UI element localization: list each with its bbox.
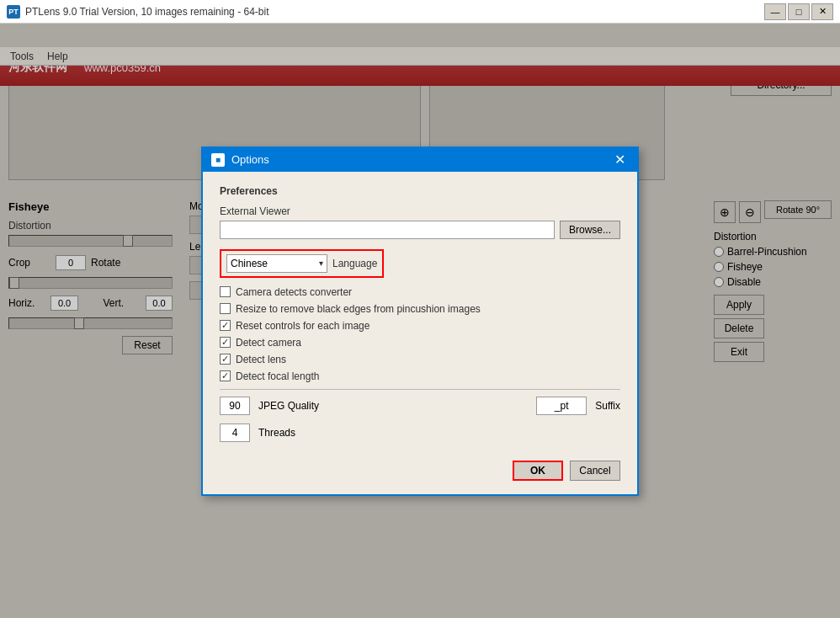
language-select[interactable]: Chinese ▾ xyxy=(226,254,327,273)
checkbox-row-detect-lens: Detect lens xyxy=(220,354,620,365)
modal-body: Preferences External Viewer Browse... Ch… xyxy=(203,172,637,494)
threads-label: Threads xyxy=(258,427,295,439)
threads-value[interactable]: 4 xyxy=(220,424,250,442)
checkbox-detect-camera[interactable] xyxy=(220,337,231,348)
suffix-label: Suffix xyxy=(595,400,620,412)
ok-button[interactable]: OK xyxy=(513,461,563,481)
title-bar: PT PTLens 9.0 Trial Version, 10 images r… xyxy=(0,0,840,24)
language-label: Language xyxy=(332,258,377,269)
checkbox-row-detect-camera: Detect camera xyxy=(220,337,620,349)
checkbox-label-reset-controls: Reset controls for each image xyxy=(236,320,369,332)
modal-overlay: ■ Options ✕ Preferences External Viewer … xyxy=(0,24,840,618)
options-dialog: ■ Options ✕ Preferences External Viewer … xyxy=(201,147,639,496)
close-button[interactable]: ✕ xyxy=(811,3,833,20)
browse-button[interactable]: Browse... xyxy=(560,221,620,239)
modal-icon: ■ xyxy=(211,153,225,167)
window-title: PTLens 9.0 Trial Version, 10 images rema… xyxy=(25,6,764,18)
modal-action-row: OK Cancel xyxy=(220,456,620,481)
suffix-value[interactable]: _pt xyxy=(536,397,587,415)
external-viewer-label: External Viewer xyxy=(220,205,620,217)
maximize-button[interactable]: □ xyxy=(788,3,810,20)
language-value: Chinese xyxy=(231,258,319,269)
checkbox-row-reset-controls: Reset controls for each image xyxy=(220,320,620,332)
checkbox-row-detect-focal-length: Detect focal length xyxy=(220,370,620,382)
checkbox-camera-detects-converter[interactable] xyxy=(220,286,231,297)
checkbox-label-detect-camera: Detect camera xyxy=(236,337,301,349)
modal-close-button[interactable]: ✕ xyxy=(610,151,629,169)
checkbox-row-camera-detects-converter: Camera detects converter xyxy=(220,286,620,298)
modal-title: Options xyxy=(231,153,610,166)
checkbox-label-resize-black-edges: Resize to remove black edges from pincus… xyxy=(236,303,481,315)
checkbox-label-detect-focal-length: Detect focal length xyxy=(236,370,319,382)
app-icon: PT xyxy=(7,5,20,19)
quality-suffix-row: 90 JPEG Quality _pt Suffix xyxy=(220,397,620,415)
app-area: 河东软件网 www.pc0359.cn Tools Help Directory… xyxy=(0,24,840,618)
threads-row: 4 Threads xyxy=(220,424,620,442)
checkbox-label-detect-lens: Detect lens xyxy=(236,354,286,365)
modal-titlebar: ■ Options ✕ xyxy=(203,148,637,172)
minimize-button[interactable]: — xyxy=(764,3,786,20)
jpeg-quality-value[interactable]: 90 xyxy=(220,397,250,415)
checkbox-row-resize-black-edges: Resize to remove black edges from pincus… xyxy=(220,303,620,315)
checkbox-reset-controls[interactable] xyxy=(220,320,231,331)
preferences-label: Preferences xyxy=(220,185,620,197)
external-viewer-row: Browse... xyxy=(220,221,620,239)
external-viewer-input[interactable] xyxy=(220,221,555,239)
window-controls: — □ ✕ xyxy=(764,3,833,20)
separator xyxy=(220,389,620,390)
cancel-button[interactable]: Cancel xyxy=(570,461,620,481)
checkbox-label-camera-detects-converter: Camera detects converter xyxy=(236,286,352,298)
checkbox-resize-black-edges[interactable] xyxy=(220,303,231,314)
language-row: Chinese ▾ Language xyxy=(220,249,384,278)
checkbox-detect-lens[interactable] xyxy=(220,354,231,365)
jpeg-quality-label: JPEG Quality xyxy=(258,400,319,412)
checkbox-detect-focal-length[interactable] xyxy=(220,370,231,381)
language-arrow-icon: ▾ xyxy=(319,258,323,268)
checkboxes-container: Camera detects converterResize to remove… xyxy=(220,286,620,382)
